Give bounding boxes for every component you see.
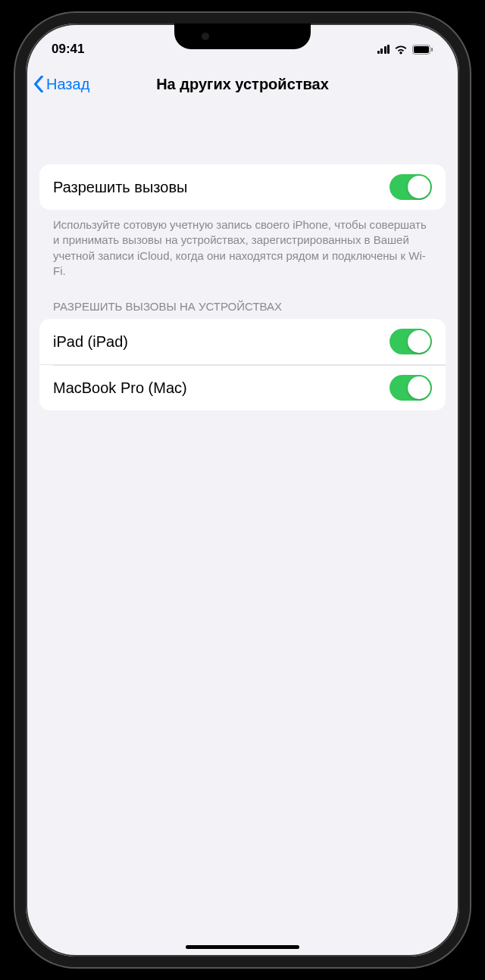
cellular-signal-icon bbox=[377, 45, 390, 54]
allow-calls-group: Разрешить вызовы bbox=[39, 164, 446, 210]
device-notch bbox=[174, 23, 311, 49]
status-indicators bbox=[377, 45, 434, 55]
chevron-left-icon bbox=[33, 76, 44, 92]
device-toggle-ipad[interactable] bbox=[390, 329, 432, 354]
svg-rect-2 bbox=[431, 48, 433, 51]
status-time: 09:41 bbox=[52, 42, 84, 57]
home-indicator[interactable] bbox=[186, 945, 299, 949]
phone-frame: 09:41 Назад На других устройствах Разреш… bbox=[15, 13, 470, 967]
allow-calls-label: Разрешить вызовы bbox=[53, 179, 187, 196]
svg-rect-1 bbox=[414, 46, 429, 53]
devices-group: iPad (iPad) MacBook Pro (Mac) bbox=[39, 319, 446, 410]
allow-calls-toggle[interactable] bbox=[390, 174, 432, 200]
device-row-macbook[interactable]: MacBook Pro (Mac) bbox=[39, 364, 446, 410]
device-toggle-macbook[interactable] bbox=[390, 375, 432, 401]
allow-calls-row[interactable]: Разрешить вызовы bbox=[39, 164, 446, 210]
back-label: Назад bbox=[46, 76, 89, 93]
navigation-bar: Назад На других устройствах bbox=[26, 64, 459, 104]
battery-icon bbox=[412, 45, 433, 55]
allow-calls-description: Используйте сотовую учетную запись своег… bbox=[39, 210, 446, 279]
device-label: iPad (iPad) bbox=[53, 333, 128, 351]
device-label: MacBook Pro (Mac) bbox=[53, 379, 187, 397]
back-button[interactable]: Назад bbox=[33, 76, 89, 93]
devices-section-header: РАЗРЕШИТЬ ВЫЗОВЫ НА УСТРОЙСТВАХ bbox=[39, 279, 446, 319]
page-title: На других устройствах bbox=[26, 76, 459, 93]
settings-content: Разрешить вызовы Используйте сотовую уче… bbox=[26, 104, 459, 410]
wifi-icon bbox=[394, 45, 408, 55]
device-row-ipad[interactable]: iPad (iPad) bbox=[39, 319, 446, 364]
